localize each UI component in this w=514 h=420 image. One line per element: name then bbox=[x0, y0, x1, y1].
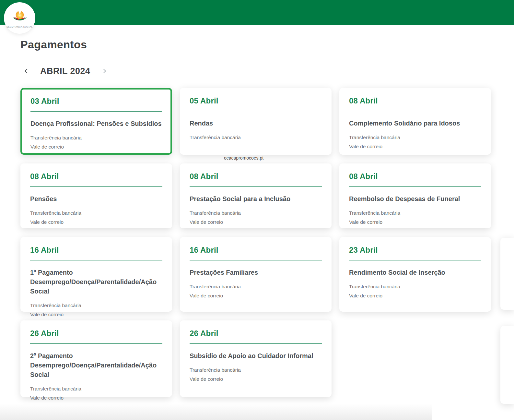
card-divider bbox=[30, 111, 162, 112]
card-payment-method: Vale de correio bbox=[190, 375, 322, 383]
payment-card[interactable]: 16 Abril 1º Pagamento Desemprego/Doença/… bbox=[20, 237, 172, 312]
prev-month-button[interactable] bbox=[23, 67, 30, 75]
card-payment-method: Vale de correio bbox=[190, 292, 322, 299]
payment-card[interactable]: 08 Abril Complemento Solidário para Idos… bbox=[339, 88, 491, 155]
card-payment-method: Vale de correio bbox=[349, 143, 481, 150]
card-date: 23 Abril bbox=[349, 246, 481, 255]
card-date: 08 Abril bbox=[190, 172, 322, 181]
card-divider bbox=[190, 186, 322, 187]
card-divider bbox=[190, 260, 322, 260]
card-methods: Transferência bancáriaVale de correio bbox=[349, 209, 481, 226]
card-payment-method: Vale de correio bbox=[30, 311, 162, 318]
chevron-right-icon bbox=[101, 69, 106, 73]
partial-card-edge bbox=[500, 326, 514, 404]
card-divider bbox=[349, 260, 481, 260]
card-date: 26 Abril bbox=[30, 329, 162, 338]
card-payment-method: Transferência bancária bbox=[190, 209, 322, 217]
card-title: Subsídio de Apoio ao Cuidador Informal bbox=[190, 351, 322, 361]
card-methods: Transferência bancáriaVale de correio bbox=[190, 209, 322, 226]
card-date: 08 Abril bbox=[30, 172, 162, 181]
card-methods: Transferência bancáriaVale de correio bbox=[30, 302, 162, 318]
card-payment-method: Transferência bancária bbox=[349, 283, 481, 290]
card-methods: Transferência bancáriaVale de correio bbox=[349, 283, 481, 300]
card-divider bbox=[349, 111, 481, 111]
payment-card[interactable]: 08 Abril Prestação Social para a Inclusã… bbox=[180, 163, 332, 228]
card-methods: Transferência bancáriaVale de correio bbox=[30, 209, 162, 226]
card-date: 16 Abril bbox=[190, 246, 322, 255]
card-payment-method: Vale de correio bbox=[349, 292, 481, 299]
card-payment-method: Vale de correio bbox=[30, 218, 162, 226]
card-divider bbox=[30, 186, 162, 187]
card-methods: Transferência bancáriaVale de correio bbox=[190, 283, 322, 300]
card-methods: Transferência bancáriaVale de correio bbox=[349, 134, 481, 150]
payment-card[interactable]: 26 Abril Subsídio de Apoio ao Cuidador I… bbox=[180, 320, 332, 397]
card-title: Complemento Solidário para Idosos bbox=[349, 119, 481, 128]
payment-card[interactable]: 08 Abril Pensões Transferência bancáriaV… bbox=[20, 163, 172, 228]
card-payment-method: Vale de correio bbox=[349, 218, 481, 226]
card-date: 08 Abril bbox=[349, 172, 481, 181]
next-month-button[interactable] bbox=[100, 67, 107, 75]
card-payment-method: Transferência bancária bbox=[30, 209, 162, 217]
card-divider bbox=[30, 260, 162, 260]
page-title: Pagamentos bbox=[20, 38, 514, 51]
month-navigation: ABRIL 2024 bbox=[23, 66, 514, 76]
card-methods: Transferência bancáriaVale de correio bbox=[30, 134, 162, 151]
watermark-text: ocacapromocoes.pt bbox=[203, 155, 284, 161]
card-title: Prestações Familiares bbox=[190, 268, 322, 277]
card-payment-method: Vale de correio bbox=[30, 394, 162, 402]
card-title: Rendas bbox=[190, 119, 322, 128]
card-title: Reembolso de Despesas de Funeral bbox=[349, 194, 481, 204]
card-payment-method: Transferência bancária bbox=[30, 302, 162, 309]
card-divider bbox=[349, 186, 481, 187]
card-date: 26 Abril bbox=[190, 329, 322, 338]
payment-card[interactable]: 23 Abril Rendimento Social de Inserção T… bbox=[339, 237, 491, 312]
card-divider bbox=[30, 343, 162, 344]
payment-card[interactable]: 08 Abril Reembolso de Despesas de Funera… bbox=[339, 163, 491, 228]
card-date: 08 Abril bbox=[349, 96, 481, 105]
card-date: 16 Abril bbox=[30, 246, 162, 255]
card-title: Prestação Social para a Inclusão bbox=[190, 194, 322, 204]
bottom-gradient-strip bbox=[0, 404, 432, 420]
partial-card-edge bbox=[500, 238, 514, 310]
card-payment-method: Transferência bancária bbox=[349, 209, 481, 217]
card-title: 2º Pagamento Desemprego/Doença/Parentali… bbox=[30, 351, 162, 379]
card-divider bbox=[190, 343, 322, 344]
card-payment-method: Transferência bancária bbox=[190, 134, 322, 141]
card-payment-method: Transferência bancária bbox=[30, 134, 162, 141]
payment-card[interactable]: 26 Abril 2º Pagamento Desemprego/Doença/… bbox=[20, 320, 172, 397]
logo-text: SEGURANÇA SOCIAL bbox=[6, 26, 33, 28]
card-payment-method: Transferência bancária bbox=[349, 134, 481, 141]
card-payment-method: Vale de correio bbox=[30, 143, 162, 150]
payments-grid: 03 Abril Doença Profissional: Pensões e … bbox=[20, 88, 491, 397]
card-divider bbox=[190, 111, 322, 111]
card-payment-method: Vale de correio bbox=[190, 218, 322, 226]
card-title: Rendimento Social de Inserção bbox=[349, 268, 481, 277]
chevron-left-icon bbox=[25, 69, 29, 73]
card-title: Doença Profissional: Pensões e Subsídios bbox=[30, 119, 162, 128]
card-title: 1º Pagamento Desemprego/Doença/Parentali… bbox=[30, 268, 162, 296]
card-payment-method: Transferência bancária bbox=[190, 366, 322, 374]
month-label: ABRIL 2024 bbox=[40, 66, 90, 76]
card-methods: Transferência bancáriaVale de correio bbox=[30, 385, 162, 402]
card-methods: Transferência bancáriaVale de correio bbox=[190, 366, 322, 383]
card-date: 05 Abril bbox=[190, 96, 322, 105]
payment-card[interactable]: 05 Abril Rendas Transferência bancária bbox=[180, 88, 332, 155]
card-methods: Transferência bancária bbox=[190, 134, 322, 141]
card-title: Pensões bbox=[30, 194, 162, 204]
payment-card[interactable]: 16 Abril Prestações Familiares Transferê… bbox=[180, 237, 332, 312]
card-payment-method: Transferência bancária bbox=[190, 283, 322, 290]
payment-card[interactable]: 03 Abril Doença Profissional: Pensões e … bbox=[20, 88, 172, 155]
seguranca-social-icon bbox=[10, 8, 30, 25]
card-payment-method: Transferência bancária bbox=[30, 385, 162, 392]
header-bar: SEGURANÇA SOCIAL bbox=[0, 0, 514, 25]
seguranca-social-logo[interactable]: SEGURANÇA SOCIAL bbox=[4, 2, 35, 34]
card-date: 03 Abril bbox=[30, 97, 162, 106]
